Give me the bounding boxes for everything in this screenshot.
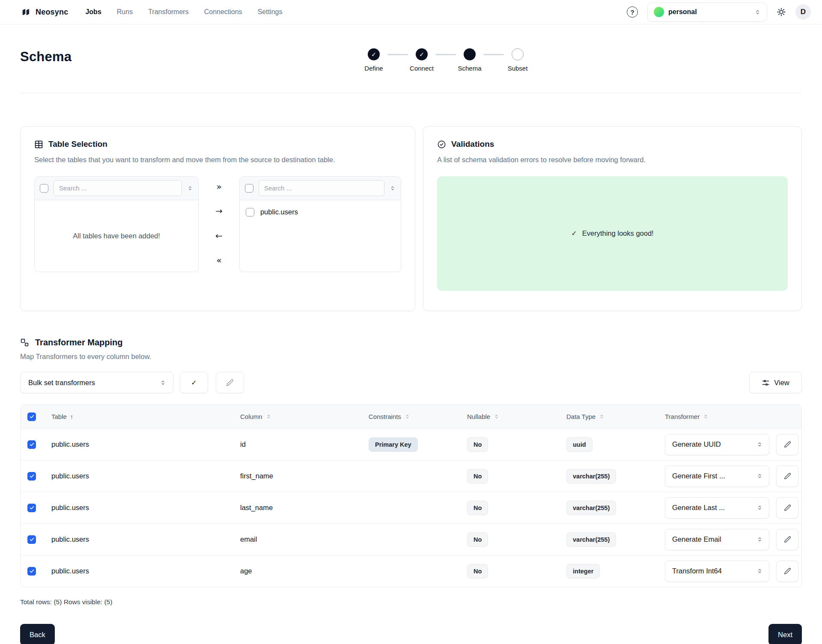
constraint-badge: Primary Key	[369, 437, 418, 452]
back-button[interactable]: Back	[20, 624, 55, 644]
data-type-badge: varchar(255)	[566, 469, 616, 484]
dual-listbox: All tables have been added! » → ← «	[34, 176, 401, 272]
step-circle-complete: ✓	[368, 48, 380, 60]
account-avatar	[654, 7, 664, 17]
step-schema[interactable]: Schema	[456, 48, 483, 72]
pencil-icon	[784, 536, 791, 543]
source-search-input[interactable]	[54, 180, 182, 196]
destination-select-all-checkbox[interactable]	[245, 184, 253, 193]
circle-check-icon	[437, 140, 446, 149]
cell-table: public.users	[45, 472, 233, 480]
nav-item-runs[interactable]: Runs	[117, 8, 133, 16]
chevrons-up-down-icon	[756, 473, 763, 479]
transformer-select[interactable]: Generate Last ...	[665, 497, 769, 519]
column-header-column[interactable]: Column	[233, 413, 362, 420]
step-subset[interactable]: Subset	[504, 48, 531, 72]
cell-table: public.users	[45, 567, 233, 575]
sort-chevrons-icon[interactable]	[390, 185, 396, 191]
validations-title: Validations	[451, 139, 494, 149]
edit-transformer-button[interactable]	[776, 561, 798, 582]
wizard-stepper: ✓ Define ✓ Connect Schema Subset	[360, 48, 531, 72]
nav-item-connections[interactable]: Connections	[204, 8, 242, 16]
edit-bulk-transformer-button[interactable]	[216, 372, 244, 393]
cell-column: email	[233, 535, 362, 543]
column-header-data-type[interactable]: Data Type	[560, 413, 658, 420]
chevrons-up-down-icon	[160, 380, 166, 386]
row-checkbox[interactable]	[27, 504, 36, 512]
nav-item-jobs[interactable]: Jobs	[85, 8, 101, 16]
sort-chevrons-icon	[494, 414, 499, 419]
table-row: public.users age No integer Transform In…	[21, 555, 801, 587]
nav-item-transformers[interactable]: Transformers	[148, 8, 189, 16]
nullable-badge: No	[467, 564, 488, 579]
column-header-table[interactable]: Table ↑	[45, 413, 233, 420]
table-row-summary: Total rows: (5) Rows visible: (5)	[20, 598, 802, 606]
edit-transformer-button[interactable]	[776, 497, 798, 519]
step-circle-upcoming	[512, 48, 524, 60]
step-connect[interactable]: ✓ Connect	[408, 48, 435, 72]
select-all-rows-checkbox[interactable]	[27, 413, 36, 421]
bulk-set-transformers-select[interactable]: Bulk set transformers	[20, 372, 173, 393]
cell-table: public.users	[45, 535, 233, 543]
transfer-all-left-button[interactable]: «	[216, 256, 221, 264]
transfer-buttons: » → ← «	[199, 176, 239, 272]
view-columns-button[interactable]: View	[749, 372, 802, 393]
transformer-mapping-title: Transformer Mapping	[35, 338, 122, 347]
column-header-constraints[interactable]: Constraints	[362, 413, 460, 420]
user-avatar[interactable]: D	[795, 4, 811, 20]
sort-asc-icon: ↑	[70, 413, 74, 420]
table-checkbox[interactable]	[246, 208, 254, 217]
cell-column: age	[233, 567, 362, 575]
theme-toggle-sun-icon[interactable]	[777, 7, 786, 17]
source-empty-message: All tables have been added!	[35, 200, 198, 272]
sort-chevrons-icon	[703, 414, 709, 419]
table-row: public.users last_name No varchar(255) G…	[21, 492, 801, 523]
sort-chevrons-icon	[405, 414, 410, 419]
help-icon[interactable]: ?	[627, 6, 638, 18]
data-type-badge: integer	[566, 564, 600, 579]
row-checkbox[interactable]	[27, 472, 36, 481]
edit-transformer-button[interactable]	[776, 529, 798, 550]
row-checkbox[interactable]	[27, 440, 36, 449]
table-selection-description: Select the tables that you want to trans…	[34, 155, 390, 165]
column-header-nullable[interactable]: Nullable	[460, 413, 560, 420]
destination-search-input[interactable]	[259, 180, 384, 196]
edit-transformer-button[interactable]	[776, 466, 798, 487]
nullable-badge: No	[467, 437, 488, 452]
table-grid-icon	[34, 140, 43, 149]
chevrons-up-down-icon	[754, 9, 761, 15]
step-define[interactable]: ✓ Define	[360, 48, 387, 72]
source-select-all-checkbox[interactable]	[40, 184, 48, 193]
sort-chevrons-icon[interactable]	[187, 185, 193, 191]
transfer-right-button[interactable]: →	[215, 207, 223, 215]
account-switcher[interactable]: personal	[647, 3, 767, 22]
pencil-icon	[784, 504, 791, 511]
transfer-all-right-button[interactable]: »	[216, 182, 221, 191]
transformer-select[interactable]: Transform Int64	[665, 561, 769, 582]
column-header-transformer[interactable]: Transformer	[658, 413, 801, 420]
neosync-logo-icon	[20, 6, 31, 18]
edit-transformer-button[interactable]	[776, 434, 798, 455]
apply-bulk-transformer-button[interactable]: ✓	[180, 372, 208, 393]
cell-column: id	[233, 440, 362, 448]
next-button[interactable]: Next	[768, 624, 802, 644]
sort-chevrons-icon	[599, 414, 605, 419]
data-type-badge: varchar(255)	[566, 532, 616, 547]
transformer-select[interactable]: Generate UUID	[665, 434, 769, 455]
chevrons-up-down-icon	[756, 568, 763, 574]
transfer-left-button[interactable]: ←	[215, 231, 223, 240]
step-circle-complete: ✓	[416, 48, 428, 60]
row-checkbox[interactable]	[27, 567, 36, 576]
transformer-select[interactable]: Generate First ...	[665, 466, 769, 487]
brand-name: Neosync	[36, 8, 68, 17]
row-checkbox[interactable]	[27, 535, 36, 544]
table-row: public.users first_name No varchar(255) …	[21, 460, 801, 492]
brand[interactable]: Neosync	[20, 6, 68, 18]
top-navigation: Neosync Jobs Runs Transformers Connectio…	[0, 0, 822, 24]
step-circle-current	[464, 48, 476, 60]
list-item[interactable]: public.users	[245, 205, 396, 219]
account-label: personal	[668, 8, 750, 16]
cell-column: last_name	[233, 504, 362, 512]
transformer-select[interactable]: Generate Email	[665, 529, 769, 550]
nav-item-settings[interactable]: Settings	[258, 8, 283, 16]
